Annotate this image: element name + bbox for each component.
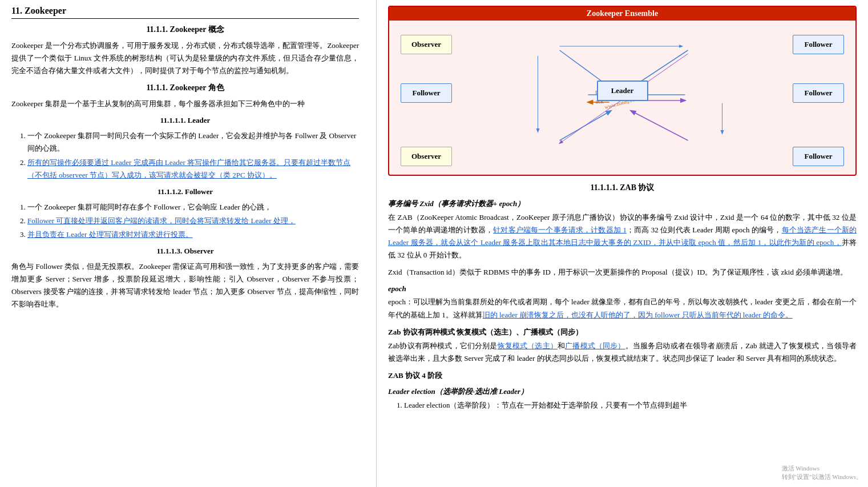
- list-item: 一个 Zookeeper 集群可能同时存在多个 Follower，它会响应 Le…: [27, 201, 359, 214]
- epoch-heading: epoch: [388, 284, 857, 293]
- leader-list: 一个 Zookeeper 集群同一时间只会有一个实际工作的 Leader，它会发…: [11, 130, 359, 181]
- list-item: 并且负责在 Leader 处理写请求时对请求进行投票。: [27, 228, 359, 241]
- concept-para: Zookeeper 是一个分布式协调服务，可用于服务发现，分布式锁，分布式领导选…: [11, 39, 359, 77]
- svg-line-9: [631, 111, 688, 140]
- right-panel: Zookeeper Ensemble: [377, 0, 868, 487]
- follower-br-node: Follower: [793, 147, 844, 166]
- section-title: 11. Zookeeper: [11, 6, 359, 19]
- zab-modes-para: Zab协议有两种模式，它们分别是恢复模式（选主）和广播模式（同步）。当服务启动或…: [388, 340, 857, 365]
- role-title: 11.1.1. Zookeeper 角色: [11, 83, 359, 93]
- concept-title: 11.1.1. Zookeeper 概念: [11, 25, 359, 35]
- zxid-para: 在 ZAB（ZooKeeper Atomic Broadcast，ZooKeep…: [388, 211, 857, 261]
- windows-watermark: 激活 Windows转到"设置"以激活 Windows。: [782, 464, 862, 481]
- follower-tr-node: Follower: [793, 35, 844, 54]
- diagram-title: Zookeeper Ensemble: [389, 7, 855, 21]
- diagram-inner: ping ack: [395, 26, 850, 169]
- observer-tl-node: Observer: [401, 35, 452, 54]
- observer-title: 11.1.1.3. Observer: [11, 247, 359, 256]
- svg-line-8: [560, 111, 611, 140]
- zxid-heading: 事务编号 Zxid（事务请求计数器+ epoch）: [388, 199, 857, 209]
- list-item: Follower 可直接处理并返回客户端的读请求，同时会将写请求转发给 Lead…: [27, 215, 359, 227]
- zab4-heading: ZAB 协议 4 阶段: [388, 371, 857, 381]
- zxid-para2: Zxid（Transaction id）类似于 RDBMS 中的事务 ID，用于…: [388, 266, 857, 279]
- epoch-para: epoch：可以理解为当前集群所处的年代或者周期，每个 leader 就像皇帝，…: [388, 296, 857, 321]
- leader-node: Leader: [597, 81, 648, 101]
- observer-bl-node: Observer: [401, 147, 452, 166]
- follower-title: 11.1.1.2. Follower: [11, 187, 359, 196]
- follower-ml-node: Follower: [401, 83, 452, 103]
- follower-mr-node: Follower: [793, 83, 844, 103]
- list-item: 所有的写操作必须要通过 Leader 完成再由 Leader 将写操作广播给其它…: [27, 156, 359, 182]
- zab-title: 11.1.1.1. ZAB 协议: [388, 183, 857, 193]
- leader-election-heading: Leader election（选举阶段-选出准 Leader）: [388, 387, 857, 397]
- leader-title: 11.1.1.1. Leader: [11, 116, 359, 125]
- list-item: 一个 Zookeeper 集群同一时间只会有一个实际工作的 Leader，它会发…: [27, 130, 359, 155]
- leader-election-list: Leader election（选举阶段）：节点在一开始都处于选举阶段，只要有一…: [388, 399, 857, 412]
- zookeeper-diagram: Zookeeper Ensemble: [388, 6, 857, 176]
- observer-para: 角色与 Follower 类似，但是无投票权。Zookeeper 需保证高可用和…: [11, 260, 359, 311]
- follower-list: 一个 Zookeeper 集群可能同时存在多个 Follower，它会响应 Le…: [11, 201, 359, 241]
- left-panel: 11. Zookeeper 11.1.1. Zookeeper 概念 Zooke…: [0, 0, 377, 487]
- list-item: Leader election（选举阶段）：节点在一开始都处于选举阶段，只要有一…: [404, 399, 857, 412]
- role-para: Zookeeper 集群是一个基于主从复制的高可用集群，每个服务器承担如下三种角…: [11, 98, 359, 110]
- zab-modes-heading: Zab 协议有两种模式 恢复模式（选主）、广播模式（同步）: [388, 327, 857, 337]
